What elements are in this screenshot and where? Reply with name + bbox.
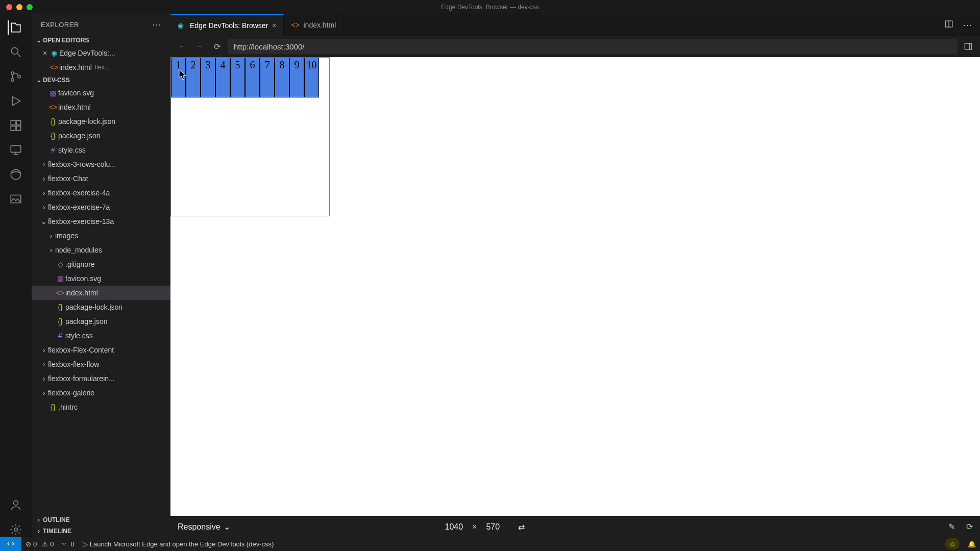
file-item[interactable]: ▧favicon.svg [32,86,170,100]
tree-label: flexbox-3-rows-colu... [48,160,116,168]
forward-button[interactable]: → [193,40,206,53]
activity-bar [0,14,32,537]
svg-point-12 [14,528,18,532]
settings-gear-icon[interactable] [9,522,23,537]
split-editor-icon[interactable] [944,19,953,31]
folder-item[interactable]: ›flexbox-3-rows-colu... [32,157,170,171]
back-button[interactable]: ← [176,40,189,53]
tree-label: .gitignore [65,260,95,268]
close-icon[interactable]: × [41,49,49,57]
chevron-down-icon: ⌄ [35,77,43,84]
tree-label: flexbox-flex-flow [48,360,99,368]
close-icon[interactable]: × [272,21,276,30]
browser-toolbar: ← → ⟳ http://localhost:3000/ [170,36,980,57]
tree-label: images [55,232,78,240]
chevron-down-icon: ⌄ [35,37,43,44]
html-icon: <> [55,289,65,297]
svg-rect-7 [16,126,21,131]
folder-item[interactable]: ›flexbox-Chat [32,171,170,186]
file-item[interactable]: <>index.html [32,100,170,114]
open-editor-item[interactable]: <>index.htmlflex... [32,60,170,74]
remote-indicator[interactable] [0,537,21,551]
swap-dimensions-icon[interactable]: ⇄ [518,522,525,532]
open-editors-section[interactable]: ⌄ OPEN EDITORS [32,35,170,46]
run-debug-icon[interactable] [9,94,23,108]
folder-item[interactable]: ›flexbox-galerie [32,386,170,400]
file-item[interactable]: {}.hintrc [32,400,170,414]
folder-item[interactable]: ›node_modules [32,243,170,257]
explorer-icon[interactable] [8,20,23,35]
close-window-button[interactable] [6,4,12,10]
tree-label: style.css [65,332,93,340]
extensions-icon[interactable] [9,118,23,133]
folder-item[interactable]: ›flexbox-flex-flow [32,357,170,371]
chevron-right-icon: › [40,174,48,183]
zoom-window-button[interactable] [27,4,33,10]
folder-item[interactable]: ›flexbox-exercise-4a [32,186,170,200]
screencast-refresh-icon[interactable]: ⟳ [966,522,973,532]
explorer-sidebar: EXPLORER ⋯ ⌄ OPEN EDITORS ×◉Edge DevTool… [32,14,170,537]
project-section[interactable]: ⌄ DEV-CSS [32,74,170,86]
chevron-right-icon: › [40,389,48,397]
editor-tab[interactable]: <>index.html [284,14,344,36]
folder-item[interactable]: ›flexbox-exercise-7a [32,200,170,214]
notifications-icon[interactable]: 🔔 [964,540,980,548]
chevron-right-icon: › [47,246,55,254]
tree-label: flexbox-galerie [48,389,94,397]
file-item[interactable]: {}package-lock.json [32,300,170,314]
folder-item[interactable]: ›images [32,229,170,243]
mac-titlebar: Edge DevTools: Browser — dev-css [0,0,980,14]
open-editor-label: index.html [59,63,92,71]
tree-label: flexbox-exercise-4a [48,189,110,197]
reload-button[interactable]: ⟳ [210,40,224,53]
accounts-icon[interactable] [9,498,23,512]
file-item[interactable]: {}package.json [32,129,170,143]
file-item[interactable]: {}package-lock.json [32,114,170,129]
file-item[interactable]: ▧favicon.svg [32,271,170,286]
launch-edge-status[interactable]: ▷ Launch Microsoft Edge and open the Edg… [79,540,278,548]
chevron-right-icon: › [40,360,48,368]
folder-item[interactable]: ›flexbox-formularein... [32,371,170,386]
folder-item[interactable]: ›flexbox-Flex-Content [32,343,170,357]
file-item[interactable]: #style.css [32,143,170,157]
file-item[interactable]: ◇.gitignore [32,257,170,271]
open-editor-item[interactable]: ×◉Edge DevTools:... [32,46,170,60]
tree-label: index.html [65,289,98,297]
chevron-down-icon: ⌄ [224,522,230,532]
minimize-window-button[interactable] [16,4,22,10]
antenna-icon: ᯤ [62,540,68,548]
ports-status[interactable]: ᯤ0 [58,540,78,548]
source-control-icon[interactable] [9,69,23,84]
image-preview-icon[interactable] [9,192,23,206]
tab-more-icon[interactable]: ⋯ [963,19,972,31]
edge-icon: ◉ [178,21,186,30]
chevron-right-icon: › [40,160,48,168]
outline-section[interactable]: › OUTLINE [32,514,170,525]
flex-container: 12345678910 [170,57,330,216]
folder-item[interactable]: ⌄flexbox-exercise-13a [32,214,170,229]
dock-devtools-icon[interactable] [962,40,975,53]
editor-tab[interactable]: ◉Edge DevTools: Browser× [170,14,284,36]
file-item[interactable]: #style.css [32,329,170,343]
problems-status[interactable]: ⊘0 ⚠0 [21,540,58,548]
tree-label: node_modules [55,246,102,254]
search-icon[interactable] [9,45,23,59]
browser-viewport[interactable]: 12345678910 [170,57,980,516]
url-bar[interactable]: http://localhost:3000/ [228,39,958,54]
timeline-section[interactable]: › TIMELINE [32,525,170,537]
tree-label: package.json [65,317,108,325]
explorer-more-icon[interactable]: ⋯ [152,19,162,30]
svg-rect-8 [11,145,21,152]
edge-tools-icon[interactable] [9,167,23,182]
viewport-height[interactable]: 570 [486,522,500,532]
file-item[interactable]: <>index.html [32,286,170,300]
screencast-edit-icon[interactable]: ✎ [948,522,955,532]
chevron-right-icon: › [35,528,43,535]
tree-label: .hintrc [58,403,78,411]
responsive-mode-select[interactable]: Responsive ⌄ [178,522,230,532]
viewport-width[interactable]: 1040 [445,522,463,532]
remote-explorer-icon[interactable] [9,143,23,157]
copilot-status-icon[interactable]: ☺ [945,538,960,549]
svg-rect-14 [965,43,972,49]
file-item[interactable]: {}package.json [32,314,170,329]
